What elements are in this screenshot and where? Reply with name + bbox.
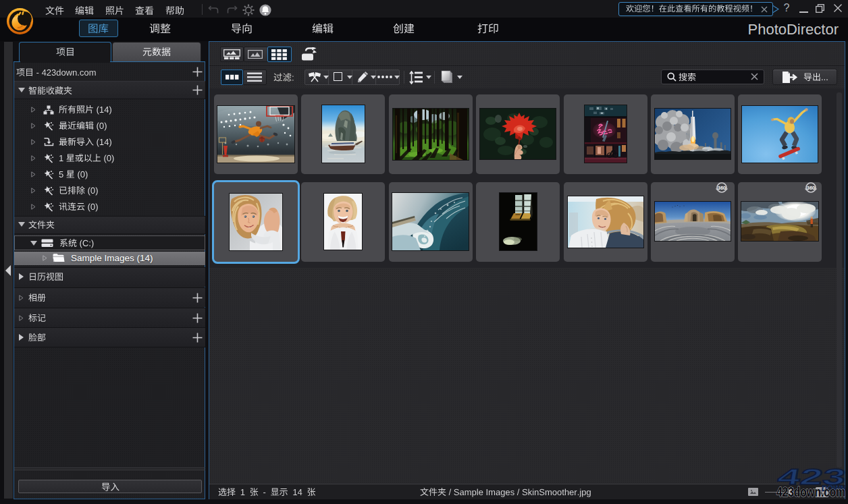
svg-text:360: 360 <box>718 185 726 191</box>
svg-text:360: 360 <box>806 185 815 191</box>
svg-text:423down.com: 423down.com <box>776 484 845 499</box>
